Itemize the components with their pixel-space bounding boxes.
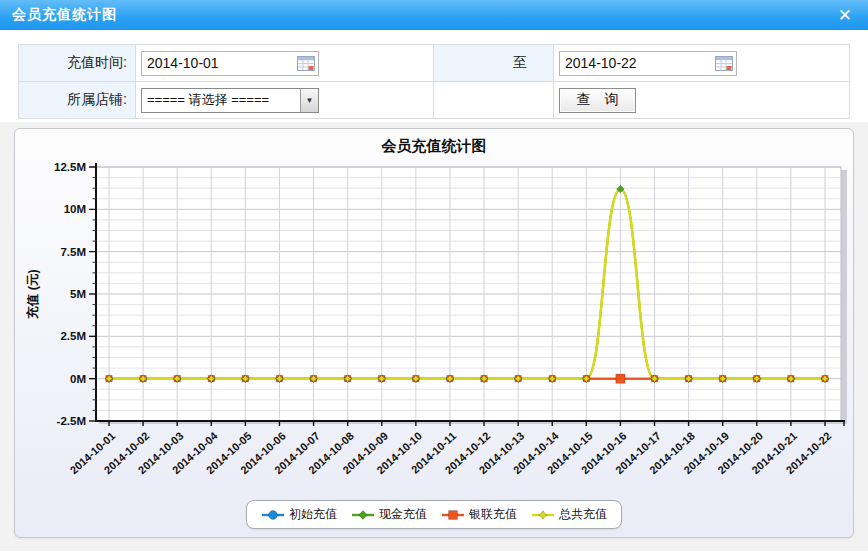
svg-text:-2.5M: -2.5M <box>57 415 86 427</box>
svg-text:充值 (元): 充值 (元) <box>25 269 40 319</box>
chart-panel: 12.5M10M7.5M5M2.5M0M-2.5M2014-10-012014-… <box>14 128 854 538</box>
date-to-input[interactable] <box>560 53 708 74</box>
legend-marker-icon <box>261 509 285 521</box>
recharge-chart: 12.5M10M7.5M5M2.5M0M-2.5M2014-10-012014-… <box>15 129 853 537</box>
svg-text:10M: 10M <box>64 203 86 215</box>
svg-text:12.5M: 12.5M <box>54 161 86 173</box>
calendar-icon[interactable] <box>715 56 733 71</box>
svg-text:5M: 5M <box>70 288 86 300</box>
to-label: 至 <box>434 45 554 82</box>
legend-marker-icon <box>531 509 555 521</box>
filter-table: 充值时间: <box>18 44 850 119</box>
calendar-icon[interactable] <box>297 56 315 71</box>
chart-legend: 初始充值现金充值银联充值总共充值 <box>246 500 622 529</box>
query-button[interactable]: 查 询 <box>559 88 636 113</box>
svg-text:0M: 0M <box>70 373 86 385</box>
shop-label: 所属店铺: <box>19 82 136 119</box>
dialog-title: 会员充值统计图 <box>12 6 117 24</box>
shop-select[interactable]: ===== 请选择 ===== ▼ <box>141 88 319 113</box>
filter-form: 充值时间: <box>0 30 868 122</box>
date-from-input[interactable] <box>142 53 290 74</box>
recharge-time-label: 充值时间: <box>19 45 136 82</box>
legend-marker-icon <box>441 509 465 521</box>
legend-label: 银联充值 <box>469 506 517 523</box>
svg-text:会员充值统计图: 会员充值统计图 <box>381 137 487 154</box>
filter-row-shop: 所属店铺: ===== 请选择 ===== ▼ 查 询 <box>19 82 850 119</box>
date-from-box <box>141 51 319 76</box>
date-to-box <box>559 51 737 76</box>
dialog-titlebar: 会员充值统计图 ✕ <box>0 0 868 30</box>
legend-item-3[interactable]: 总共充值 <box>531 506 607 523</box>
legend-label: 总共充值 <box>559 506 607 523</box>
legend-label: 初始充值 <box>289 506 337 523</box>
chevron-down-icon: ▼ <box>300 89 318 112</box>
legend-item-0[interactable]: 初始充值 <box>261 506 337 523</box>
close-icon[interactable]: ✕ <box>834 5 856 26</box>
shop-select-value: ===== 请选择 ===== <box>142 91 269 109</box>
svg-text:2.5M: 2.5M <box>60 330 86 342</box>
legend-item-2[interactable]: 银联充值 <box>441 506 517 523</box>
legend-marker-icon <box>351 509 375 521</box>
filter-row-dates: 充值时间: <box>19 45 850 82</box>
legend-item-1[interactable]: 现金充值 <box>351 506 427 523</box>
svg-text:7.5M: 7.5M <box>60 246 86 258</box>
legend-label: 现金充值 <box>379 506 427 523</box>
